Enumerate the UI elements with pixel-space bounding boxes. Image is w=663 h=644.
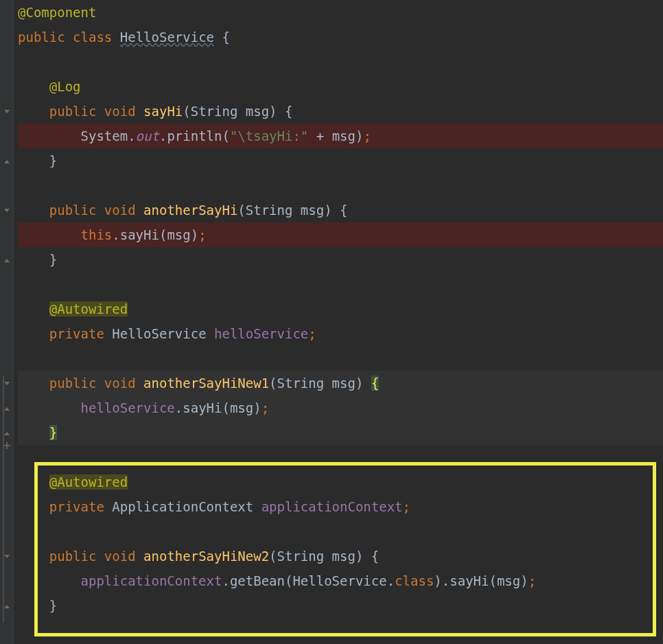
fold-open-icon[interactable]: [2, 207, 12, 216]
code-line[interactable]: public void anotherSayHi(String msg) {: [18, 198, 663, 222]
code-line[interactable]: [18, 173, 663, 198]
annotation: @Log: [49, 79, 81, 94]
code-line[interactable]: @Component: [18, 0, 663, 25]
code-line[interactable]: }: [18, 148, 663, 173]
brace-match: {: [371, 376, 379, 391]
method-name: anotherSayHiNew1: [143, 376, 269, 391]
method-name: anotherSayHi: [143, 203, 237, 218]
code-line[interactable]: }: [18, 420, 663, 445]
code-line[interactable]: [18, 272, 663, 297]
fold-close-icon[interactable]: [2, 157, 12, 167]
class-name: HelloService: [120, 30, 214, 45]
gutter: [0, 0, 14, 644]
field-name: helloService: [214, 326, 308, 341]
code-line[interactable]: [18, 346, 663, 371]
code-line[interactable]: public void sayHi(String msg) {: [18, 99, 663, 124]
params: (String msg): [183, 104, 285, 119]
static-field: out: [136, 128, 159, 143]
code-line[interactable]: System.out.println("\tsayHi:" + msg);: [18, 124, 663, 148]
fold-close-icon[interactable]: [2, 602, 12, 612]
selection-highlight-box: [34, 462, 656, 636]
fold-close-icon[interactable]: [2, 404, 12, 414]
code-line[interactable]: helloService.sayHi(msg);: [18, 395, 663, 420]
code-editor[interactable]: @Component public class HelloService { @…: [0, 0, 663, 644]
code-line[interactable]: [18, 49, 663, 74]
keyword: public: [49, 104, 97, 119]
annotation: @Component: [18, 5, 96, 20]
keyword: class: [73, 30, 112, 45]
keyword: void: [104, 104, 136, 119]
fold-close-icon[interactable]: [2, 429, 12, 439]
string-literal: "\tsayHi:": [230, 128, 308, 143]
code-line[interactable]: @Autowired: [18, 297, 663, 321]
annotation: @Autowired: [49, 301, 128, 317]
brace-match: }: [49, 425, 57, 440]
code-line[interactable]: private HelloService helloService;: [18, 321, 663, 346]
fold-open-icon[interactable]: [2, 553, 12, 562]
fold-close-icon[interactable]: [2, 256, 12, 266]
brace: {: [222, 30, 229, 45]
fold-open-icon[interactable]: [2, 108, 12, 117]
method-name: sayHi: [143, 104, 183, 119]
code-line[interactable]: public class HelloService {: [18, 25, 663, 49]
code-line[interactable]: }: [18, 247, 663, 272]
fold-collapse-icon[interactable]: [2, 441, 12, 451]
keyword: public: [18, 30, 65, 45]
code-line[interactable]: @Log: [18, 74, 663, 99]
code-line[interactable]: this.sayHi(msg);: [18, 222, 663, 247]
fold-open-icon[interactable]: [2, 380, 12, 389]
code-line[interactable]: public void anotherSayHiNew1(String msg)…: [18, 371, 663, 395]
